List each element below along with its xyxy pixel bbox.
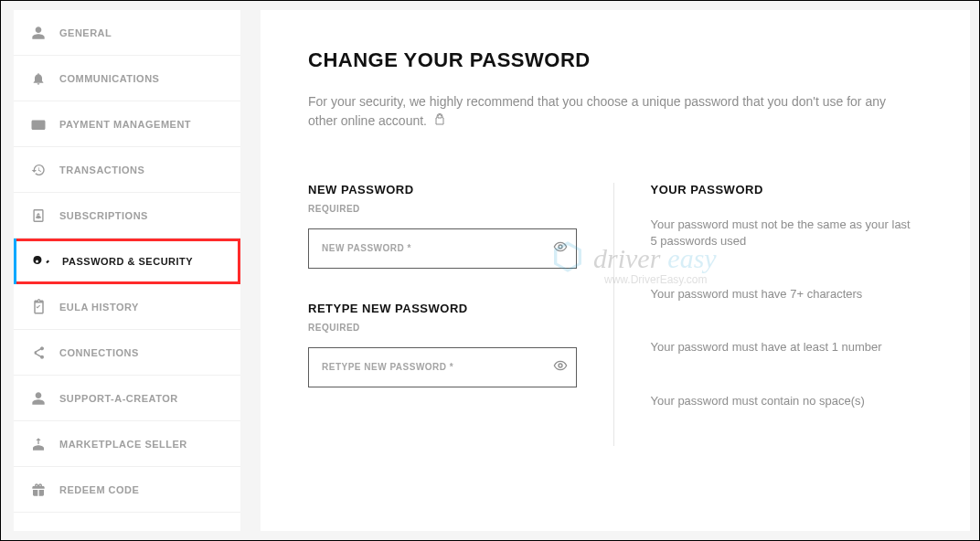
sidebar-item-marketplace-seller[interactable]: MARKETPLACE SELLER [14,421,240,467]
sidebar-item-label: MARKETPLACE SELLER [59,439,187,450]
sidebar-item-payment-management[interactable]: PAYMENT MANAGEMENT [14,101,240,147]
new-password-field: NEW PASSWORD REQUIRED [308,183,577,269]
sidebar-item-connections[interactable]: CONNECTIONS [14,330,240,376]
password-requirements: YOUR PASSWORD Your password must not be … [613,183,920,446]
share-icon [30,345,47,361]
sidebar-item-password-security[interactable]: PASSWORD & SECURITY [14,239,240,284]
sidebar-item-transactions[interactable]: TRANSACTIONS [14,147,240,193]
sidebar-item-label: GENERAL [59,27,112,38]
page-title: CHANGE YOUR PASSWORD [308,48,919,72]
svg-point-1 [559,245,562,249]
main-content: CHANGE YOUR PASSWORD For your security, … [261,10,970,531]
wallet-icon [30,116,47,133]
sidebar-item-label: SUPPORT-A-CREATOR [59,393,178,404]
sidebar-item-label: REDEEM CODE [59,484,139,495]
lock-icon [434,112,445,132]
requirement-item: Your password must have at least 1 numbe… [651,339,920,355]
svg-point-2 [559,364,562,367]
requirements-heading: YOUR PASSWORD [651,183,920,196]
requirement-item: Your password must have 7+ characters [651,286,920,302]
new-password-input[interactable] [308,228,577,269]
password-form: NEW PASSWORD REQUIRED RETYPE NEW PASSWOR… [308,183,577,446]
seller-icon [30,436,47,452]
sidebar-item-label: COMMUNICATIONS [59,73,159,84]
sidebar-item-communications[interactable]: COMMUNICATIONS [14,56,240,101]
sidebar-item-label: EULA HISTORY [59,302,139,313]
retype-password-field: RETYPE NEW PASSWORD REQUIRED [308,302,577,387]
retype-password-input[interactable] [308,347,577,387]
history-icon [30,162,47,178]
sidebar-item-label: TRANSACTIONS [59,164,144,175]
sidebar-item-label: CONNECTIONS [59,347,139,358]
retype-password-label: RETYPE NEW PASSWORD [308,302,577,315]
sidebar-item-label: PASSWORD & SECURITY [62,256,193,267]
required-label: REQUIRED [308,323,577,333]
svg-text:$: $ [37,212,40,219]
eye-icon[interactable] [553,239,568,258]
settings-sidebar: GENERAL COMMUNICATIONS PAYMENT MANAGEMEN… [14,10,240,531]
sidebar-item-subscriptions[interactable]: $ SUBSCRIPTIONS [14,193,240,239]
sidebar-item-label: SUBSCRIPTIONS [59,210,148,221]
gift-icon [30,482,47,498]
sidebar-item-general[interactable]: GENERAL [14,10,240,56]
key-icon [33,253,49,270]
requirement-item: Your password must not be the same as yo… [651,217,920,249]
person-icon [30,390,47,407]
eye-icon[interactable] [553,358,568,377]
person-icon [30,25,47,41]
new-password-label: NEW PASSWORD [308,183,577,196]
receipt-icon: $ [30,207,47,224]
bell-icon [30,70,47,87]
requirement-item: Your password must contain no space(s) [651,393,920,409]
required-label: REQUIRED [308,204,577,214]
sidebar-item-eula-history[interactable]: EULA HISTORY [14,284,240,330]
sidebar-item-label: PAYMENT MANAGEMENT [59,119,191,130]
page-subtitle: For your security, we highly recommend t… [308,92,911,132]
sidebar-item-support-a-creator[interactable]: SUPPORT-A-CREATOR [14,376,240,421]
clipboard-icon [30,299,47,315]
sidebar-item-redeem-code[interactable]: REDEEM CODE [14,467,240,513]
